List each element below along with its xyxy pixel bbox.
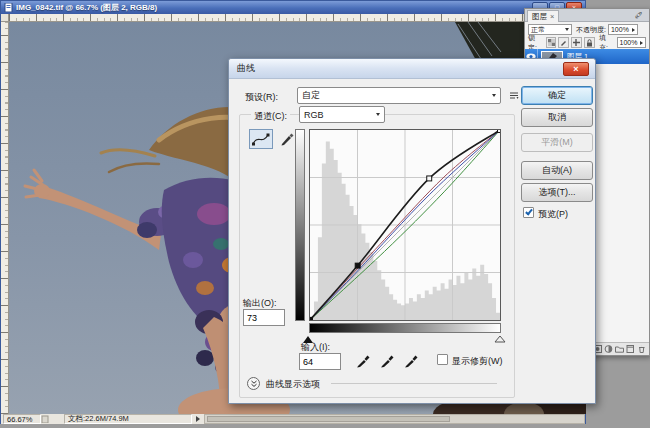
preset-options-icon	[509, 91, 519, 100]
lock-position-button[interactable]	[571, 37, 582, 48]
lock-all-button[interactable]	[584, 37, 595, 48]
layers-tab-label: 图层	[532, 12, 547, 22]
ok-button[interactable]: 确定	[521, 86, 593, 105]
scrollbar-thumb[interactable]	[207, 416, 450, 422]
document-info: 文档:22.6M/74.9M	[64, 414, 192, 424]
chevron-down-icon	[376, 113, 380, 116]
tab-layers[interactable]: 图层 ×	[527, 10, 559, 22]
ruler-corner	[1, 14, 9, 22]
zoom-level-field[interactable]: 66.67%	[3, 414, 41, 424]
scrubby-arrow-icon	[632, 28, 635, 32]
horizontal-scrollbar[interactable]	[204, 414, 585, 424]
chevron-down-icon	[565, 28, 569, 31]
curve-display-options-expander[interactable]	[247, 377, 260, 390]
checkmark-icon	[525, 208, 533, 216]
curves-plot[interactable]	[309, 129, 501, 321]
delete-layer-icon[interactable]	[637, 345, 646, 353]
photoshop-app: IMG_0842.tif @ 66.7% (图层 2, RGB/8) _ □ ×	[0, 0, 650, 428]
preset-select[interactable]: 自定	[297, 87, 501, 104]
adjustment-layer-icon[interactable]	[604, 345, 613, 353]
smooth-button: 平滑(M)	[521, 133, 593, 152]
curve-tool-icon	[252, 133, 270, 146]
collapse-panel-icon[interactable]: «»	[632, 8, 647, 23]
panel-tab-bar: 图层 × «»	[525, 9, 649, 22]
curves-dialog: 曲线 × 预设(R): 自定 确定 取消 平滑(M) 自动(A) 选项(T)..…	[228, 58, 596, 404]
dialog-title: 曲线	[237, 62, 255, 75]
dialog-close-button[interactable]: ×	[563, 62, 589, 76]
input-gradient-bar	[309, 323, 501, 333]
input-field[interactable]	[299, 353, 341, 370]
chevron-down-icon	[492, 94, 496, 97]
show-clipping-label: 显示修剪(W)	[452, 355, 503, 368]
eyedropper-icon	[404, 351, 419, 368]
new-layer-icon[interactable]	[626, 345, 635, 353]
eyedropper-icon	[356, 351, 371, 368]
status-icon	[41, 415, 50, 423]
fill-field[interactable]: 100%	[617, 37, 647, 48]
options-button[interactable]: 选项(T)...	[521, 183, 593, 202]
scrubby-arrow-icon	[640, 41, 643, 45]
preset-label: 预设(R):	[245, 91, 278, 104]
output-gradient-bar	[295, 129, 305, 321]
new-group-icon[interactable]	[615, 345, 624, 353]
fill-value: 100%	[620, 39, 640, 46]
show-clipping-checkbox[interactable]	[437, 354, 448, 365]
auto-button[interactable]: 自动(A)	[521, 161, 593, 180]
horizontal-ruler[interactable]	[9, 14, 586, 22]
pencil-icon	[280, 132, 294, 146]
preset-value: 自定	[302, 89, 492, 102]
cancel-button[interactable]: 取消	[521, 108, 593, 127]
output-field[interactable]	[243, 309, 285, 326]
preview-label: 预览(P)	[538, 208, 568, 221]
preview-checkbox[interactable]	[523, 207, 534, 218]
divider	[331, 383, 497, 384]
black-point-eyedropper[interactable]	[355, 351, 371, 369]
status-options-arrow-icon[interactable]	[196, 416, 200, 422]
white-point-eyedropper[interactable]	[403, 351, 419, 369]
lock-pixels-button[interactable]	[558, 37, 569, 48]
document-title: IMG_0842.tif @ 66.7% (图层 2, RGB/8)	[16, 2, 157, 13]
tab-close-icon[interactable]: ×	[550, 12, 554, 21]
preset-options-button[interactable]	[506, 87, 522, 103]
edit-points-tool-button[interactable]	[249, 129, 273, 149]
file-icon	[4, 3, 13, 12]
gray-point-eyedropper[interactable]	[379, 351, 395, 369]
document-titlebar[interactable]: IMG_0842.tif @ 66.7% (图层 2, RGB/8) _ □ ×	[1, 1, 585, 14]
white-point-slider[interactable]	[494, 335, 506, 343]
dialog-titlebar[interactable]: 曲线	[229, 59, 595, 79]
eyedropper-icon	[380, 351, 395, 368]
channel-label: 通道(C):	[251, 110, 290, 123]
curve-display-options-label: 曲线显示选项	[266, 378, 320, 391]
vertical-ruler[interactable]	[1, 22, 9, 414]
lock-row: 锁定: 填充: 100%	[525, 36, 649, 49]
double-chevron-down-icon	[250, 380, 258, 388]
channel-select[interactable]: RGB	[299, 106, 385, 123]
channel-value: RGB	[304, 110, 376, 120]
status-bar: 66.67% 文档:22.6M/74.9M	[1, 414, 585, 424]
lock-transparency-button[interactable]	[546, 37, 557, 48]
